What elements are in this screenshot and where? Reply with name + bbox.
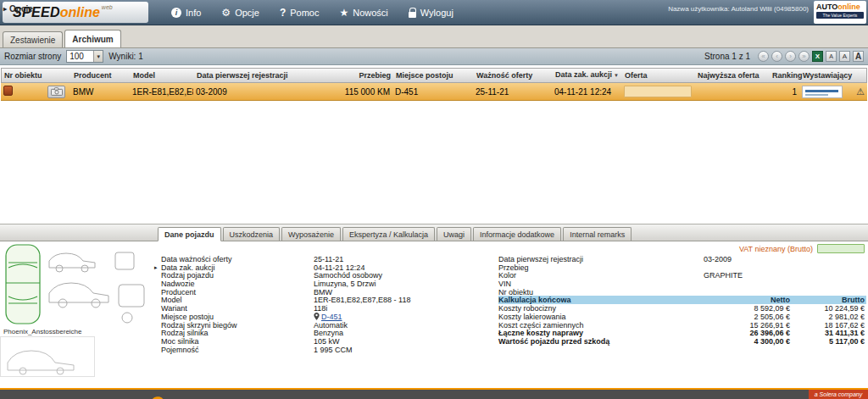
tab-label: Dane pojazdu [164,230,214,239]
col-oferta[interactable]: Oferta [622,72,695,80]
vat-label: VAT nieznany (Brutto) [739,245,813,253]
cell-rejestracja: 03-2009 [193,87,339,97]
col-data-zak-aukcji[interactable]: Data zak. aukcji▼ [553,71,622,80]
camera-icon[interactable] [47,86,65,98]
detail-row: Nr obiektu [498,288,866,296]
col-rejestracja[interactable]: Data pierwszej rejestracji [194,72,340,80]
main-tab-strip: Zestawienie Archiwum [0,25,868,48]
vehicle-data-left-column: Data ważności oferty 25-11-21 ▸ Data zak… [154,255,493,353]
col-miejsce-postoju[interactable]: Miejsce postoju [393,72,474,80]
top-bar: SPEEDonlineweb i Info ⚙ Opcje ? Pomoc ★ … [0,0,868,25]
cell-photo [45,86,70,98]
tab-zestawienie[interactable]: Zestawienie [3,31,63,47]
calc-row-value-before-damage: Wartość pojazdu przed szkodą 4 300,00 € … [498,337,866,346]
font-large-button[interactable]: A [853,51,864,62]
nav-label: Info [186,8,201,18]
detail-label: Producent [161,288,314,296]
logo-online-text: online [60,5,100,20]
col-label: Data zak. aukcji [555,70,612,79]
cell-przebieg: 115 000 KM [339,87,392,97]
col-label: Oferta [625,71,648,80]
nav-item-info[interactable]: i Info [171,8,201,18]
cell-value: BMW [73,87,93,97]
nav-item-wyloguj[interactable]: Wyloguj [409,8,453,18]
col-nr-obiektu[interactable]: Nr obiektu [2,72,46,80]
page-size-select[interactable]: 100 ▼ [66,50,103,63]
col-waznosc-oferty[interactable]: Ważność oferty [474,72,553,80]
status-icon [3,86,13,96]
detail-label: Data pierwszej rejestracji [498,255,704,263]
detail-value: 04-11-21 12:24 [314,263,493,272]
tab-uszkodzenia[interactable]: Uszkodzenia [223,227,281,241]
calc-netto: 26 396,06 € [700,329,792,337]
cell-oferta [621,86,694,97]
detail-row: Producent BMW [154,288,493,296]
detail-row: Rodzaj skrzyni biegów Automatik [154,321,493,330]
calc-netto-header: Netto [700,296,792,304]
detail-row: ▸ Data zak. aukcji 04-11-21 12:24 [154,263,493,272]
detail-value: Limuzyna, 5 Drzwi [314,280,493,288]
nav-label: Opcje [235,8,259,18]
brand-online-text: online [837,3,860,11]
tab-wyposazenie[interactable]: Wyposażenie [281,227,341,241]
page-first-button[interactable]: « [758,51,769,62]
cell-producent: BMW [70,87,130,97]
detail-label: Rodzaj silnika [161,329,314,337]
warning-icon[interactable]: ⚠ [856,87,865,97]
calc-row: Koszty lakierowania 2 505,06 € 2 981,02 … [498,313,866,321]
star-icon: ★ [339,8,348,18]
calc-label: Koszty lakierowania [498,313,700,321]
cell-value: 03-2009 [196,87,227,97]
tab-uwagi[interactable]: Uwagi [437,227,471,241]
page-prev-button[interactable]: ‹ [771,51,782,62]
page-next-button[interactable]: › [785,51,796,62]
table-header: Nr obiektu Producent Model Data pierwsze… [1,68,867,83]
tab-label: Wyposażenie [288,230,334,239]
col-ranking[interactable]: Ranking [770,72,800,80]
col-model[interactable]: Model [131,72,194,80]
vat-input[interactable] [817,244,865,253]
detail-row: Przebieg [498,263,866,272]
calc-row: Koszt części zamiennych 15 266,91 € 18 1… [498,321,866,330]
tab-label: Archiwum [72,35,113,44]
page-last-button[interactable]: » [798,51,810,62]
damage-diagram-secondary[interactable] [0,336,95,377]
tab-internal-remarks[interactable]: Internal remarks [563,227,632,241]
tab-dane-pojazdu[interactable]: Dane pojazdu [158,227,221,241]
damage-diagram[interactable] [0,242,156,327]
vehicle-data-right-column: Data pierwszej rejestracji 03-2009 Przeb… [498,255,866,346]
col-label: Data pierwszej rejestracji [197,71,288,80]
calc-row: Koszty robocizny 8 592,09 € 10 224,59 € [498,304,866,313]
expander-icon[interactable]: ▸ [154,264,161,270]
detail-label: Data zak. aukcji [161,263,314,272]
nav-item-opcje[interactable]: ⚙ Opcje [221,8,259,18]
tab-archiwum[interactable]: Archiwum [64,30,120,47]
detail-value: 1ER-E81,E82,E87,E88 - 118 [314,296,493,304]
autoonline-logo: AUTOonline The Value Experts [814,1,866,24]
cell-value: 1 [792,87,797,97]
offer-input[interactable] [624,86,692,97]
options-label: Opcje [9,4,33,14]
font-small-button[interactable]: A [826,51,837,62]
col-wystawiajacy[interactable]: Wystawiający [800,72,866,80]
col-label: Model [133,71,155,80]
col-przebieg[interactable]: Przebieg [340,72,393,80]
options-toggle[interactable]: ▸ Opcje [3,4,33,14]
col-producent[interactable]: Producent [71,72,131,80]
cell-value: 115 000 KM [345,87,390,97]
auction-row[interactable]: BMW 1ER-E81,E82,E87... 03-2009 115 000 K… [1,83,867,101]
detail-label: Model [161,296,314,304]
tab-label: Internal remarks [570,230,625,239]
font-medium-button[interactable]: A [839,51,850,62]
tab-label: Uwagi [443,230,465,239]
nav-item-nowosci[interactable]: ★ Nowości [339,8,387,18]
vat-row: VAT nieznany (Brutto) [739,244,865,253]
tab-ekspertyza-kalkulacja[interactable]: Ekspertyza / Kalkulacja [342,227,435,241]
calc-netto: 8 592,09 € [700,304,792,313]
tab-informacje-dodatkowe[interactable]: Informacje dodatkowe [473,227,561,241]
dropdown-arrow-icon: ▼ [93,51,103,62]
nav-item-pomoc[interactable]: ? Pomoc [280,7,320,19]
detail-row: Rodzaj pojazdu Samochód osobowy [154,271,493,280]
excel-export-icon[interactable]: X [812,51,823,62]
col-najwyzsza-oferta[interactable]: Najwyższa oferta [695,72,770,80]
